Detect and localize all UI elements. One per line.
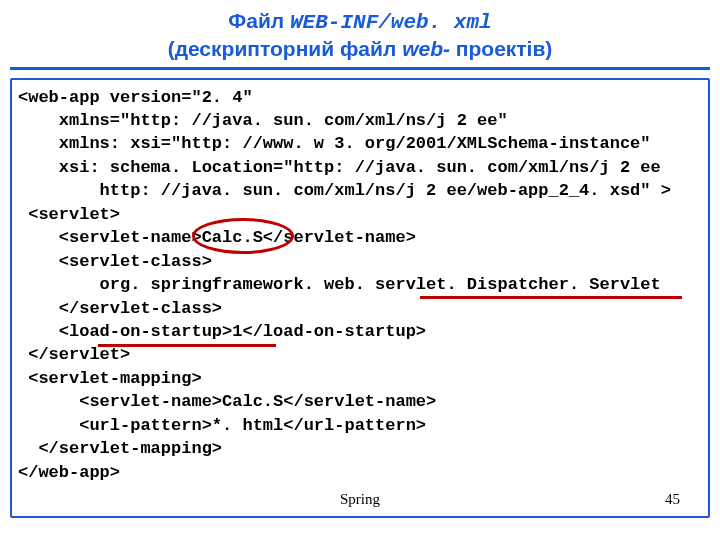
code-l2: xmlns="http: //java. sun. com/xml/ns/j 2… xyxy=(18,111,508,130)
highlight-underline-1-icon xyxy=(420,296,682,299)
title-line2a: (дескрипторний файл xyxy=(168,37,402,60)
code-l10: </servlet-class> xyxy=(18,299,222,318)
footer-page-number: 45 xyxy=(665,489,680,510)
code-l5: http: //java. sun. com/xml/ns/j 2 ee/web… xyxy=(18,181,671,200)
code-l3: xmlns: xsi="http: //www. w 3. org/2001/X… xyxy=(18,134,651,153)
code-l13: <servlet-mapping> xyxy=(18,369,202,388)
code-l8: <servlet-class> xyxy=(18,252,212,271)
code-l12: </servlet> xyxy=(18,345,130,364)
code-l11: <load-on-startup>1</load-on-startup> xyxy=(18,322,426,341)
code-l14: <servlet-name>Calc.S</servlet-name> xyxy=(18,392,436,411)
code-l17: </web-app> xyxy=(18,463,120,482)
code-l6: <servlet> xyxy=(18,205,120,224)
title-prefix: Файл xyxy=(228,9,290,32)
title-line2b: web- xyxy=(402,37,450,60)
title-row: Файл WEB-INF/web. xml (дескрипторний фай… xyxy=(10,8,710,70)
code-l4: xsi: schema. Location="http: //java. sun… xyxy=(18,158,661,177)
code-l1: <web-app version="2. 4" xyxy=(18,88,253,107)
code-block: <web-app version="2. 4" xmlns="http: //j… xyxy=(10,78,710,518)
code-l15: <url-pattern>*. html</url-pattern> xyxy=(18,416,426,435)
title-path: WEB-INF/web. xml xyxy=(290,11,492,34)
code-l9: org. springframework. web. servlet. Disp… xyxy=(18,275,661,294)
slide: Файл WEB-INF/web. xml (дескрипторний фай… xyxy=(0,0,720,540)
code-l16: </servlet-mapping> xyxy=(18,439,222,458)
title-line2c: проектів) xyxy=(450,37,552,60)
footer-name: Spring xyxy=(340,489,380,510)
code-l7: <servlet-name>Calc.S</servlet-name> xyxy=(18,228,416,247)
slide-title: Файл WEB-INF/web. xml (дескрипторний фай… xyxy=(0,0,720,72)
